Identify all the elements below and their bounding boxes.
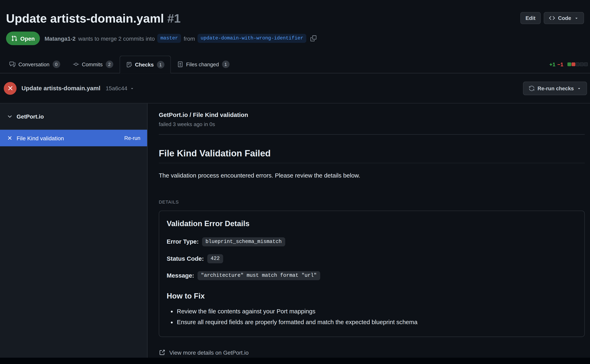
message-row: Message: "architecture" must match forma… [167,271,577,280]
fix-list-item: Ensure all required fields are properly … [177,317,577,328]
pr-state-label: Open [20,35,35,41]
status-code-value: 422 [207,254,223,263]
sidebar-item-label: File Kind validation [16,135,64,141]
page-title: Update artists-domain.yaml #1 [6,11,584,26]
rerun-checks-label: Re-run checks [538,85,574,91]
rerun-checks-button[interactable]: Re-run checks [523,81,587,95]
diffstat-block-deleted [571,62,575,66]
report-description: The validation process encountered error… [159,172,585,179]
fix-list-item: Review the file contents against your Po… [177,306,577,317]
tab-counter: 1 [157,61,164,68]
link-external-icon [159,349,165,356]
byline-from: from [184,35,195,41]
diffstat-deletions: −1 [557,61,563,67]
error-type-row: Error Type: blueprint_schema_mismatch [167,237,577,246]
message-label: Message: [167,272,194,279]
tab-files-changed[interactable]: Files changed 1 [171,56,236,73]
report-heading: File Kind Validation Failed [159,148,585,163]
byline-text: wants to merge 2 commits into [78,35,155,41]
run-subtitle: failed 3 weeks ago in 0s [159,121,585,127]
edit-button-label: Edit [525,15,536,21]
tab-counter: 0 [52,61,60,68]
message-value: "architecture" must match format "url" [197,271,320,280]
edit-button[interactable]: Edit [520,12,541,24]
tab-label: Conversation [19,61,50,67]
sidebar-item-file-kind-validation[interactable]: File Kind validation Re-run [0,130,147,146]
git-pull-request-icon [11,35,17,41]
chevron-down-icon [577,86,581,91]
pr-state-badge: Open [6,32,40,45]
pr-number: #1 [167,12,181,25]
sync-icon [529,85,535,91]
diffstat-block-neutral [584,62,588,66]
tab-commits[interactable]: Commits 2 [66,56,119,73]
diffstat-block-neutral [580,62,583,66]
code-button-label: Code [558,15,571,21]
diffstat: +1 −1 [549,61,588,67]
diffstat-additions: +1 [549,61,555,67]
sidebar-item-rerun-link[interactable]: Re-run [124,135,140,141]
commit-sha: 15a6c44 [105,85,127,91]
copy-icon [310,35,317,41]
pr-meta: Open Matanga1-2 wants to merge 2 commits… [6,32,584,45]
pr-tabnav: Conversation 0 Commits 2 Checks 1 Files … [0,56,590,73]
how-to-fix-heading: How to Fix [167,292,577,300]
run-divider [159,134,585,135]
tab-counter: 2 [105,61,113,68]
diffstat-block-added [567,62,571,66]
diffstat-blocks [567,62,588,66]
sidebar-group-getport[interactable]: GetPort.io [0,104,147,130]
copy-branch-button[interactable] [310,35,317,41]
pr-byline: Matanga1-2 wants to merge 2 commits into… [45,34,317,43]
check-run-panel: GetPort.io / File Kind validation failed… [147,104,590,358]
x-icon [7,135,13,141]
tab-checks[interactable]: Checks 1 [120,56,171,73]
run-title: GetPort.io / File Kind validation [159,112,585,118]
details-box-title: Validation Error Details [167,219,577,228]
chevron-down-icon [574,16,579,20]
chevron-down-icon [130,86,134,91]
details-section-label: DETAILS [159,199,585,205]
checklist-icon [126,61,132,67]
file-diff-icon [177,61,183,67]
fix-list: Review the file contents against your Po… [167,306,577,328]
pr-checks-page: Update artists-domain.yaml #1 Edit Code … [0,0,590,364]
pr-author-link[interactable]: Matanga1-2 [45,35,76,41]
tab-conversation[interactable]: Conversation 0 [3,56,66,73]
tab-label: Checks [135,61,154,67]
diffstat-block-neutral [576,62,579,66]
sidebar-group-label: GetPort.io [16,113,44,120]
tab-label: Commits [82,61,103,67]
check-run-header: Update artists-domain.yaml 15a6c44 Re-ru… [0,73,590,104]
git-commit-icon [73,61,79,67]
tab-label: Files changed [186,61,219,67]
head-branch-label[interactable]: update-domain-with-wrong-identifier [197,34,306,43]
code-button[interactable]: Code [544,12,584,24]
error-type-value: blueprint_schema_mismatch [202,237,285,246]
view-more-details-link[interactable]: View more details on GetPort.io [159,349,585,356]
pr-actions: Edit Code [520,12,584,24]
comment-discussion-icon [9,61,15,67]
x-circle-fail-icon [4,82,16,95]
validation-details-box: Validation Error Details Error Type: blu… [159,211,585,337]
pr-title-text: Update artists-domain.yaml [6,12,164,25]
check-body: GetPort.io File Kind validation Re-run G… [0,104,590,358]
chevron-down-icon [7,113,13,120]
code-icon [549,15,555,21]
pr-header: Update artists-domain.yaml #1 Edit Code … [0,0,590,45]
page-bottom-strip [0,358,590,364]
commit-sha-dropdown[interactable]: 15a6c44 [105,85,134,91]
tab-counter: 1 [222,61,229,68]
status-code-label: Status Code: [167,255,204,262]
status-code-row: Status Code: 422 [167,254,577,263]
view-more-details-label: View more details on GetPort.io [169,349,249,356]
checks-sidebar: GetPort.io File Kind validation Re-run [0,104,147,358]
error-type-label: Error Type: [167,239,199,245]
base-branch-label[interactable]: master [157,34,181,43]
commit-title: Update artists-domain.yaml [21,85,100,91]
